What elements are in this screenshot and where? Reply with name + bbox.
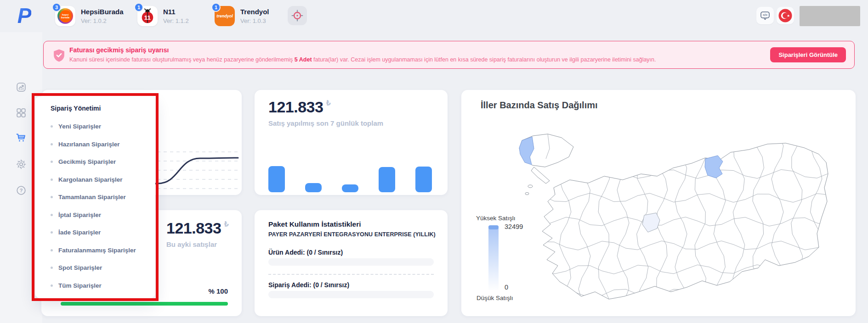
monthly-progress-bar: [61, 302, 228, 306]
sidebar-item-help[interactable]: ?: [16, 185, 27, 196]
map-card-title: İller Bazında Satış Dağılımı: [481, 100, 598, 111]
hepsiburada-badge: 3: [52, 3, 61, 12]
sales-bar: [268, 166, 285, 192]
svg-text:11: 11: [144, 14, 151, 21]
marketplace-hepsiburada[interactable]: 3 hepsi burada HepsiBurada Ver: 1.0.2: [55, 6, 124, 26]
product-count-label: Ürün Adedi: (0 / Sınırsız): [268, 249, 343, 256]
annotation-red-rectangle: [32, 93, 159, 301]
hepsiburada-logo-text: burada: [61, 16, 69, 19]
legend-high-label: Yüksek Satışlı: [476, 215, 516, 222]
code-chat-icon: </>: [760, 10, 771, 21]
sidebar-item-apps[interactable]: [16, 107, 27, 118]
n11-meta: N11 Ver: 1.1.2: [163, 8, 189, 24]
sidebar-item-analytics[interactable]: [16, 82, 27, 93]
package-card-title: Paket Kullanım İstatistikleri: [268, 220, 361, 228]
weekly-sales-value: 121.833: [268, 98, 323, 116]
trendyol-version: Ver: 1.0.3: [240, 17, 269, 24]
monthly-sales-subtitle: Bu ayki satışlar: [166, 240, 229, 248]
overdue-invoice-alert: Faturası gecikmiş sipariş uyarısı Kanuni…: [43, 41, 855, 69]
sales-bar: [415, 167, 432, 192]
province-sales-map-card: İller Bazında Satış Dağılımı Yüksek Satı…: [461, 90, 856, 316]
hepsiburada-icon: 3 hepsi burada: [55, 6, 75, 26]
legend-low-label: Düşük Satışlı: [477, 295, 513, 301]
sales-bar: [305, 183, 322, 192]
sidebar-item-settings[interactable]: [16, 159, 27, 170]
map-anatolia-region: [542, 143, 828, 299]
hepsiburada-version: Ver: 1.0.2: [81, 17, 124, 24]
weekly-sales-subtitle: Satış yapılmış son 7 günlük toplam: [268, 119, 383, 127]
alert-body-text: Kanuni süresi içerisinde faturası oluştu…: [69, 56, 295, 63]
language-flag-button[interactable]: [777, 7, 794, 24]
n11-version: Ver: 1.1.2: [163, 17, 189, 24]
sidebar-item-orders-active[interactable]: [16, 133, 27, 144]
sales-bar: [342, 184, 358, 192]
legend-gradient-cap: [488, 225, 499, 229]
weekly-sales-figure: 121.833₺ Satış yapılmış son 7 günlük top…: [268, 99, 383, 127]
alert-body-count: 5 Adet: [295, 56, 312, 63]
divider: [268, 274, 434, 275]
alert-body: Kanuni süresi içerisinde faturası oluştu…: [69, 56, 656, 63]
user-account-redacted[interactable]: [800, 6, 860, 26]
trendyol-icon: 1 trendyol: [215, 6, 235, 26]
analytics-icon: [16, 82, 27, 93]
hepsiburada-logo-ring: hepsi burada: [57, 8, 73, 24]
order-count-progress-bar: [268, 291, 434, 298]
alert-title: Faturası gecikmiş sipariş uyarısı: [69, 46, 169, 54]
weekly-sales-bar-chart: [268, 166, 432, 192]
hepsiburada-meta: HepsiBurada Ver: 1.0.2: [81, 8, 124, 24]
monthly-sales-figure: 121.833₺ Bu ayki satışlar: [166, 220, 229, 248]
trendyol-badge: 1: [211, 3, 221, 12]
n11-icon: 1 11: [137, 6, 158, 26]
help-icon: ?: [16, 185, 27, 196]
gear-icon: [16, 159, 27, 170]
trendyol-meta: Trendyol Ver: 1.0.3: [240, 8, 269, 24]
order-count-label: Sipariş Adedi: (0 / Sınırsız): [268, 281, 349, 289]
topbar: P 3 hepsi burada HepsiBurada Ver: 1.0.2 …: [0, 0, 868, 32]
hepsiburada-name: HepsiBurada: [81, 8, 124, 16]
payer-logo-letter: P: [17, 5, 32, 26]
marketplace-n11[interactable]: 1 11 N11 Ver: 1.1.2: [137, 6, 189, 26]
grid-icon: [16, 107, 27, 118]
app-root: P 3 hepsi burada HepsiBurada Ver: 1.0.2 …: [0, 0, 868, 323]
shield-check-icon: [53, 49, 65, 62]
view-orders-button[interactable]: Siparişleri Görüntüle: [770, 47, 846, 62]
package-plan-name: PAYER PAZARYERİ ENTEGRASYONU ENTERPRISE …: [268, 231, 436, 238]
cart-icon: [16, 132, 27, 144]
sales-bar: [379, 167, 395, 192]
lira-symbol: ₺: [326, 99, 330, 107]
map-gallipoli-strip: [531, 167, 550, 184]
package-usage-card: Paket Kullanım İstatistikleri PAYER PAZA…: [255, 210, 448, 316]
alert-body-text: fatura(lar) var. Cezai işlem uygulanmama…: [312, 56, 656, 63]
trendyol-name: Trendyol: [240, 8, 269, 16]
target-crosshair-button[interactable]: [288, 6, 307, 25]
monthly-percent-label: % 100: [208, 287, 228, 295]
hepsiburada-logo-core: hepsi burada: [59, 10, 72, 22]
svg-text:?: ?: [20, 188, 23, 193]
dev-chat-button[interactable]: </>: [756, 7, 774, 24]
lira-symbol: ₺: [224, 220, 228, 228]
turkey-provinces-map[interactable]: [510, 130, 832, 314]
turkish-flag-icon: [778, 9, 792, 22]
legend-min-value: 0: [505, 284, 508, 291]
svg-text:</>: </>: [763, 13, 767, 17]
payer-logo[interactable]: P: [14, 4, 35, 28]
n11-badge: 1: [134, 3, 143, 12]
map-island: [525, 193, 529, 195]
product-count-progress-bar: [268, 258, 434, 266]
crosshair-icon: [291, 10, 303, 22]
marketplace-trendyol[interactable]: 1 trendyol Trendyol Ver: 1.0.3: [215, 6, 269, 26]
n11-name: N11: [163, 8, 189, 16]
monthly-sales-value: 121.833: [166, 219, 221, 237]
map-island: [528, 185, 533, 188]
weekly-sales-card: 121.833₺ Satış yapılmış son 7 günlük top…: [255, 90, 448, 195]
legend-gradient-bar: [488, 226, 499, 291]
